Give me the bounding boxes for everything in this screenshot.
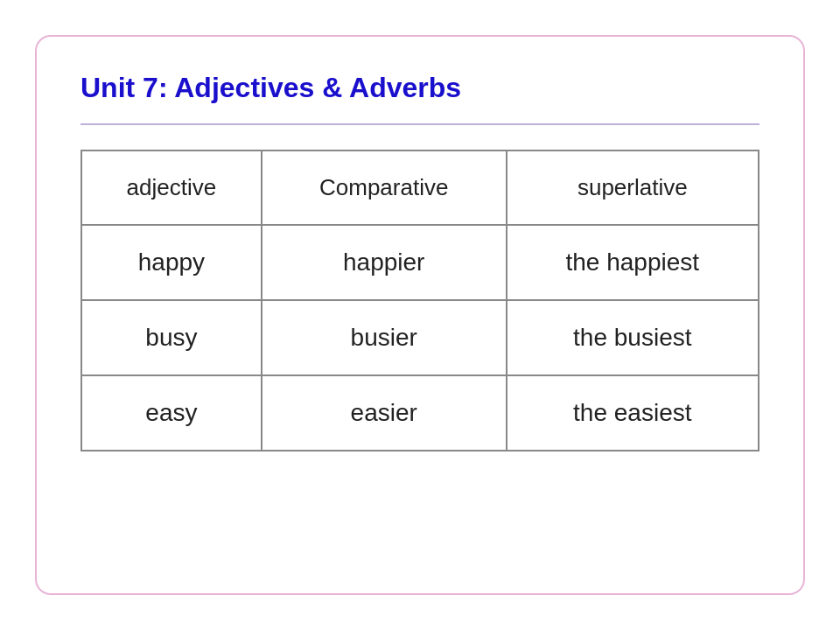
- cell-busier: busier: [262, 300, 507, 375]
- cell-the-easiest: the easiest: [507, 375, 759, 451]
- cell-easier: easier: [262, 375, 507, 451]
- table-row: busy busier the busiest: [81, 300, 759, 375]
- cell-happy: happy: [81, 225, 262, 300]
- table-header: adjective Comparative superlative: [81, 150, 759, 225]
- table-body: happy happier the happiest busy busier t…: [81, 225, 759, 451]
- cell-happier: happier: [262, 225, 507, 300]
- table-row: happy happier the happiest: [81, 225, 759, 300]
- cell-the-happiest: the happiest: [507, 225, 759, 300]
- header-row: adjective Comparative superlative: [81, 150, 759, 225]
- page-title: Unit 7: Adjectives & Adverbs: [80, 72, 760, 104]
- divider: [80, 123, 760, 125]
- card: Unit 7: Adjectives & Adverbs adjective C…: [35, 35, 805, 595]
- header-comparative: Comparative: [262, 150, 507, 225]
- cell-easy: easy: [81, 375, 262, 451]
- cell-busy: busy: [81, 300, 262, 375]
- header-superlative: superlative: [507, 150, 759, 225]
- adjectives-table: adjective Comparative superlative happy …: [80, 150, 760, 452]
- header-adjective: adjective: [81, 150, 262, 225]
- table-row: easy easier the easiest: [81, 375, 759, 451]
- cell-the-busiest: the busiest: [507, 300, 759, 375]
